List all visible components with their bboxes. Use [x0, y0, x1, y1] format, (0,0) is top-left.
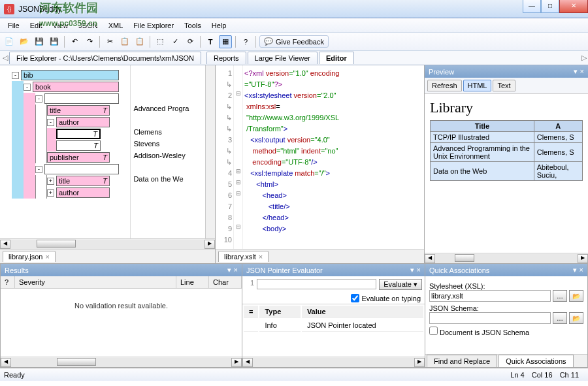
menu-json[interactable]: JSON — [73, 20, 103, 31]
menu-file[interactable]: File — [3, 20, 25, 31]
open-schema-button[interactable]: 📂 — [569, 312, 583, 324]
save-icon[interactable]: 💾 — [33, 35, 46, 48]
col-type[interactable]: Type — [259, 306, 300, 318]
node-author-value-selected[interactable]: T — [56, 129, 101, 139]
col-char[interactable]: Char — [209, 276, 242, 288]
schema-input[interactable] — [429, 312, 551, 324]
browse-stylesheet-button[interactable]: … — [553, 290, 567, 302]
tab-scroll-right-icon[interactable]: ▷ — [579, 54, 588, 62]
open-file-icon[interactable]: 📂 — [18, 35, 31, 48]
panel-close-icon[interactable]: × — [580, 266, 583, 274]
minimize-button[interactable]: — — [523, 0, 541, 13]
cut-icon[interactable]: ✂ — [103, 35, 116, 48]
node-bib[interactable]: bib — [21, 70, 119, 80]
fold-gutter[interactable]: ⊟⊟⊟⊟⊟ — [234, 65, 243, 249]
menu-xml[interactable]: XML — [103, 20, 129, 31]
file-tab-library-json[interactable]: library.json × — [3, 251, 56, 262]
scroll-thumb[interactable] — [455, 254, 474, 262]
collapse-icon[interactable]: - — [24, 84, 31, 91]
tree-value[interactable]: Advanced Progra — [131, 103, 205, 115]
redo-icon[interactable]: ↷ — [83, 35, 96, 48]
col-value[interactable]: Value — [302, 306, 423, 318]
collapse-icon[interactable]: - — [12, 72, 19, 79]
horizontal-scrollbar[interactable]: ◀ ▶ — [425, 253, 588, 263]
new-file-icon[interactable]: 📄 — [3, 35, 16, 48]
horizontal-scrollbar[interactable]: ◀ ▶ — [0, 238, 215, 249]
node-book[interactable]: book — [33, 82, 119, 92]
evaluate-on-typing-checkbox[interactable] — [351, 294, 359, 302]
menu-edit[interactable]: Edit — [25, 20, 48, 31]
scroll-left-icon[interactable]: ◀ — [425, 254, 435, 263]
open-stylesheet-button[interactable]: 📂 — [569, 290, 583, 302]
vertical-scrollbar[interactable] — [205, 65, 215, 238]
preview-tab-text[interactable]: Text — [493, 80, 515, 91]
col-severity[interactable]: Severity — [15, 276, 176, 288]
col-q[interactable]: ? — [1, 276, 15, 288]
maximize-button[interactable]: □ — [541, 0, 559, 13]
preview-tab-refresh[interactable]: Refresh — [427, 80, 462, 91]
horizontal-scrollbar[interactable]: ◀▶ — [1, 357, 242, 367]
give-feedback-button[interactable]: 💬 Give Feedback — [259, 35, 329, 48]
menu-tools[interactable]: Tools — [179, 20, 206, 31]
col-line[interactable]: Line — [176, 276, 209, 288]
expand-icon[interactable]: + — [47, 189, 54, 197]
paste-icon[interactable]: 📋 — [133, 35, 146, 48]
expand-icon[interactable]: + — [47, 178, 54, 185]
scroll-right-icon[interactable]: ▶ — [578, 254, 588, 263]
file-explorer-tab[interactable]: File Explorer - C:\Users\Clemens\Documen… — [9, 52, 201, 64]
tree-value[interactable]: Data on the We — [131, 174, 205, 185]
transform-icon[interactable]: ⟳ — [184, 35, 197, 48]
panel-pin-icon[interactable]: ▾ — [574, 67, 578, 75]
node-group[interactable] — [44, 93, 119, 104]
tab-find-replace[interactable]: Find and Replace — [427, 355, 497, 367]
collapse-icon[interactable]: - — [47, 119, 54, 126]
tree-value[interactable]: Stevens — [131, 138, 205, 150]
save-all-icon[interactable]: 💾 — [48, 35, 61, 48]
browse-schema-button[interactable]: … — [553, 312, 567, 324]
json-pointer-input[interactable] — [257, 279, 376, 289]
grid-view-icon[interactable]: ▦ — [219, 35, 232, 48]
text-icon[interactable]: T — [204, 35, 217, 48]
panel-close-icon[interactable]: × — [417, 266, 421, 274]
node-author[interactable]: author — [56, 117, 110, 127]
node-group[interactable] — [44, 164, 119, 174]
node-author-value[interactable]: T — [56, 140, 101, 151]
tree-structure[interactable]: -bib -book - titleT -author T T publishe… — [0, 65, 130, 238]
node-publisher[interactable]: publisherT — [47, 152, 110, 163]
panel-pin-icon[interactable]: ▾ — [410, 266, 414, 274]
node-title[interactable]: titleT — [47, 105, 110, 116]
help-icon[interactable]: ? — [239, 35, 252, 48]
panel-pin-icon[interactable]: ▾ — [573, 266, 577, 274]
tree-value[interactable]: Clemens — [131, 127, 205, 138]
collapse-icon[interactable]: - — [35, 95, 42, 103]
code-content[interactable]: <?xml version="1.0" encoding ="UTF-8"?> … — [243, 65, 424, 249]
node-author[interactable]: author — [56, 187, 110, 198]
tab-large-file-viewer[interactable]: Large File Viewer — [248, 52, 318, 64]
validate-icon[interactable]: ✓ — [169, 35, 182, 48]
undo-icon[interactable]: ↶ — [68, 35, 81, 48]
close-tab-icon[interactable]: × — [45, 253, 49, 261]
menu-help[interactable]: Help — [206, 20, 232, 31]
scroll-thumb[interactable] — [37, 240, 76, 248]
tree-value[interactable]: Addison-Wesley — [131, 150, 205, 162]
close-button[interactable]: ✕ — [559, 0, 588, 13]
code-editor[interactable]: 1↳2↳↳↳3↳↳45678910 ⊟⊟⊟⊟⊟ <?xml version="1… — [216, 65, 424, 249]
scroll-left-icon[interactable]: ◀ — [0, 240, 10, 249]
panel-close-icon[interactable]: × — [234, 266, 238, 274]
preview-tab-html[interactable]: HTML — [463, 80, 492, 91]
tab-scroll-left-icon[interactable]: ◁ — [0, 54, 9, 62]
copy-icon[interactable]: 📋 — [118, 35, 131, 48]
file-tab-library-xslt[interactable]: library.xslt × — [218, 251, 269, 262]
tab-editor[interactable]: Editor — [319, 52, 354, 64]
stylesheet-input[interactable] — [429, 290, 551, 302]
panel-pin-icon[interactable]: ▾ — [227, 266, 231, 274]
evaluate-button[interactable]: Evaluate ▾ — [379, 279, 422, 290]
horizontal-scrollbar[interactable]: ◀▶ — [242, 357, 425, 367]
menu-view[interactable]: View — [48, 20, 74, 31]
format-icon[interactable]: ⬚ — [154, 35, 167, 48]
tab-reports[interactable]: Reports — [206, 52, 246, 64]
menu-file-explorer[interactable]: File Explorer — [128, 20, 179, 31]
doc-is-schema-checkbox[interactable] — [429, 327, 438, 335]
collapse-icon[interactable]: - — [35, 166, 42, 173]
scroll-right-icon[interactable]: ▶ — [204, 240, 215, 249]
